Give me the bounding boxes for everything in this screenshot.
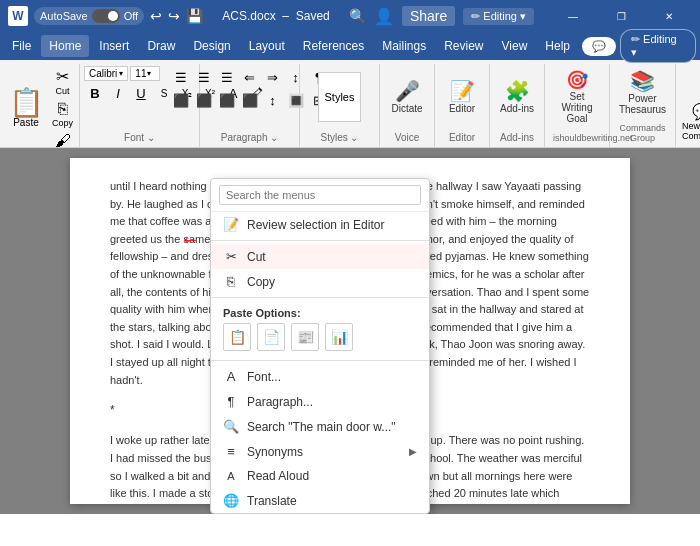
thesaurus-icon: 📚 — [630, 71, 655, 91]
styles-gallery[interactable]: Styles — [318, 72, 362, 122]
menu-mailings[interactable]: Mailings — [374, 35, 434, 57]
addins-icon: 🧩 — [505, 81, 530, 101]
ctx-search-input[interactable] — [219, 185, 421, 205]
copy-button[interactable]: ⎘ Copy — [50, 99, 75, 129]
share-icon[interactable]: Share — [402, 6, 455, 26]
new-comment-label: New Comment — [682, 121, 700, 141]
align-right-btn[interactable]: ⬛ — [216, 89, 238, 111]
ctx-search-section — [211, 179, 429, 212]
ctx-read-aloud[interactable]: A Read Aloud — [211, 464, 429, 488]
voice-label: Voice — [384, 130, 430, 145]
writing-goal-button[interactable]: 🎯 Set Writing Goal — [549, 69, 605, 126]
autosave-toggle-pill[interactable] — [92, 9, 120, 23]
menu-references[interactable]: References — [295, 35, 372, 57]
ctx-synonyms-label: Synonyms — [247, 445, 401, 459]
ctx-review-icon: 📝 — [223, 217, 239, 232]
multilevel-btn[interactable]: ☰ — [216, 66, 238, 88]
cut-button[interactable]: ✂ Cut — [50, 66, 75, 97]
ctx-paste-icon-2[interactable]: 📄 — [257, 323, 285, 351]
undo-icon[interactable]: ↩ — [150, 8, 162, 24]
addins-button[interactable]: 🧩 Add-ins — [496, 79, 538, 116]
ctx-paste-icon-1[interactable]: 📋 — [223, 323, 251, 351]
paste-button[interactable]: 📋 Paste — [4, 87, 48, 130]
ctx-font[interactable]: A Font... — [211, 364, 429, 389]
autosave-toggle[interactable]: AutoSave Off — [34, 7, 144, 25]
ctx-paste-icon-4[interactable]: 📊 — [325, 323, 353, 351]
bold-button[interactable]: B — [84, 82, 106, 104]
menu-home[interactable]: Home — [41, 35, 89, 57]
ctx-sep-3 — [211, 360, 429, 361]
editor-label-group: Editor — [439, 130, 485, 145]
ctx-sep-1 — [211, 240, 429, 241]
ctx-sep-2 — [211, 297, 429, 298]
search-icon[interactable]: 🔍 — [349, 8, 366, 24]
document-area: until I heard nothing but silence. As I … — [0, 148, 700, 514]
align-center-btn[interactable]: ⬛ — [193, 89, 215, 111]
font-size-dropdown[interactable]: 11▾ — [130, 66, 160, 81]
ctx-paragraph-label: Paragraph... — [247, 395, 417, 409]
menu-review[interactable]: Review — [436, 35, 491, 57]
font-label: Font ⌄ — [84, 130, 195, 145]
increase-indent-btn[interactable]: ⇒ — [262, 66, 284, 88]
ctx-synonyms[interactable]: ≡ Synonyms ▶ — [211, 439, 429, 464]
addins-label-group: Add-ins — [494, 130, 540, 145]
menu-view[interactable]: View — [494, 35, 536, 57]
save-icon[interactable]: 💾 — [186, 8, 203, 24]
ctx-paste-section: Paste Options: 📋 📄 📰 📊 — [211, 301, 429, 357]
thesaurus-label: Power Thesaurus — [618, 93, 667, 115]
ctx-search-web[interactable]: 🔍 Search "The main door w..." — [211, 414, 429, 439]
numbering-btn[interactable]: ☰ — [193, 66, 215, 88]
ribbon-group-voice: 🎤 Dictate Voice — [380, 64, 435, 147]
justify-btn[interactable]: ⬛ — [239, 89, 261, 111]
ctx-paste-icon-3[interactable]: 📰 — [291, 323, 319, 351]
align-left-btn[interactable]: ⬛ — [170, 89, 192, 111]
ctx-paragraph[interactable]: ¶ Paragraph... — [211, 389, 429, 414]
menu-bar: File Home Insert Draw Design Layout Refe… — [0, 32, 700, 60]
decrease-indent-btn[interactable]: ⇐ — [239, 66, 261, 88]
thesaurus-button[interactable]: 📚 Power Thesaurus — [614, 69, 671, 117]
editing-ribbon-btn[interactable]: ✏ Editing ▾ — [620, 29, 696, 63]
menu-draw[interactable]: Draw — [139, 35, 183, 57]
new-comment-icon: 💬 — [692, 102, 701, 121]
ctx-cut[interactable]: ✂ Cut — [211, 244, 429, 269]
ctx-read-aloud-icon: A — [223, 470, 239, 482]
ribbon-group-clipboard: 📋 Paste ✂ Cut ⎘ Copy 🖌 Clipboard ⌄ — [0, 64, 80, 147]
writing-goal-label: Set Writing Goal — [553, 91, 601, 124]
underline-button[interactable]: U — [130, 82, 152, 104]
close-button[interactable]: ✕ — [646, 0, 692, 32]
cut-label: Cut — [56, 86, 70, 96]
context-menu: 📝 Review selection in Editor ✂ Cut ⎘ Cop… — [210, 178, 430, 514]
italic-button[interactable]: I — [107, 82, 129, 104]
ribbon: 📋 Paste ✂ Cut ⎘ Copy 🖌 Clipboard ⌄ — [0, 60, 700, 148]
editing-button[interactable]: ✏ Editing ▾ — [463, 8, 534, 25]
copy-icon: ⎘ — [58, 100, 68, 118]
ribbon-group-writing-goal: 🎯 Set Writing Goal ishouldbewriting.net — [545, 64, 610, 147]
menu-file[interactable]: File — [4, 35, 39, 57]
account-icon[interactable]: 👤 — [374, 7, 394, 26]
new-comment-button[interactable]: 💬 New Comment — [678, 100, 700, 143]
ctx-search-web-label: Search "The main door w..." — [247, 420, 417, 434]
paste-icon: 📋 — [9, 89, 44, 117]
menu-help[interactable]: Help — [537, 35, 578, 57]
filename: ACS.docx — [222, 9, 275, 23]
ctx-translate[interactable]: 🌐 Translate — [211, 488, 429, 513]
minimize-button[interactable]: — — [550, 0, 596, 32]
menu-design[interactable]: Design — [185, 35, 238, 57]
restore-button[interactable]: ❐ — [598, 0, 644, 32]
dictate-button[interactable]: 🎤 Dictate — [387, 79, 426, 116]
redo-icon[interactable]: ↪ — [168, 8, 180, 24]
bullets-btn[interactable]: ☰ — [170, 66, 192, 88]
paste-label: Paste — [13, 117, 39, 128]
ctx-review-label: Review selection in Editor — [247, 218, 417, 232]
ctx-copy[interactable]: ⎘ Copy — [211, 269, 429, 294]
comments-btn[interactable]: 💬 — [582, 37, 616, 56]
line-spacing-btn[interactable]: ↕ — [262, 89, 284, 111]
menu-insert[interactable]: Insert — [91, 35, 137, 57]
title-bar: W AutoSave Off ↩ ↪ 💾 ACS.docx – Saved 🔍 … — [0, 0, 700, 32]
menu-layout[interactable]: Layout — [241, 35, 293, 57]
font-name-dropdown[interactable]: Calibri▾ — [84, 66, 128, 81]
editor-button[interactable]: 📝 Editor — [444, 79, 480, 116]
ribbon-group-styles: Styles Styles ⌄ — [300, 64, 380, 147]
editing-label: ✏ Editing ▾ — [471, 10, 526, 23]
ctx-review-editor[interactable]: 📝 Review selection in Editor — [211, 212, 429, 237]
